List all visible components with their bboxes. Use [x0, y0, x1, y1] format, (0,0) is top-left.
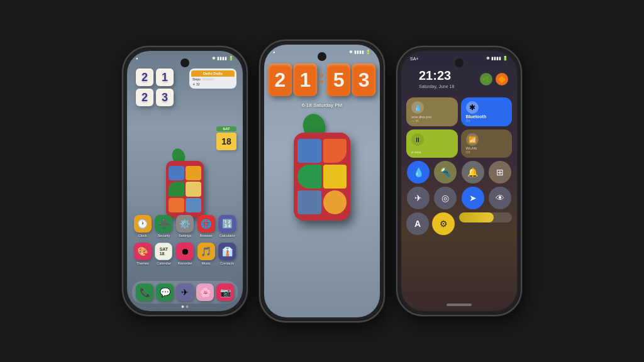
- clay-grid-large: [297, 139, 347, 214]
- ews-label: e·ews: [411, 150, 421, 154]
- home-indicator-3[interactable]: [447, 304, 472, 306]
- security-label: Security: [157, 234, 170, 238]
- cc-btn-a[interactable]: A: [406, 212, 429, 235]
- phone-2-screen: ● ✱ ▮▮▮▮ 🔋 2 1 : 5 3 6: [264, 45, 380, 317]
- cc-leaf-icon[interactable]: 🌿: [480, 73, 492, 85]
- info-title: Delhi Dolls: [191, 70, 235, 77]
- clay-body: [166, 161, 204, 217]
- cc-btn-gear[interactable]: ⚙: [432, 212, 455, 235]
- dock-flower[interactable]: 🌸: [196, 283, 214, 301]
- time-h2: 1: [156, 69, 174, 86]
- cc-fire-icon[interactable]: 🔶: [496, 73, 508, 85]
- bluetooth-sub: On: [466, 119, 470, 123]
- info-widget: Delhi Dolls Steps ☀ 32: [189, 69, 236, 89]
- app-row-2: 🎨 Themes SAT18 Calendar ⏺ Recorder: [132, 243, 238, 265]
- big-colon: :: [319, 67, 325, 87]
- app-calculator[interactable]: 🔢 Calculator: [216, 215, 238, 238]
- app-music[interactable]: 🎵 Music: [196, 243, 217, 265]
- clay-cell-1: [169, 166, 184, 180]
- settings-icon-img: ⚙️: [176, 215, 194, 233]
- contacts-label: Contacts: [220, 261, 234, 265]
- cc-time-display: 21:23 Saturday, June 18: [410, 65, 463, 94]
- dock: 📞 💬 ✈ 🌸 📷: [132, 281, 238, 304]
- temp-val: 32: [196, 82, 200, 86]
- signal-1: ▮▮▮▮: [217, 56, 227, 61]
- dock-messages[interactable]: 💬: [156, 283, 174, 301]
- temp-icon: ☀: [192, 82, 195, 86]
- clay-lg-1: [297, 139, 321, 163]
- themes-icon-img: 🎨: [134, 243, 152, 260]
- cc-btn-circle[interactable]: ◎: [434, 187, 457, 209]
- app-security[interactable]: ➕ Security: [153, 215, 175, 238]
- page-dots: [182, 305, 189, 308]
- time-hours: 2 1: [136, 69, 174, 86]
- cc-corner-icons: 🌿 🔶: [480, 73, 508, 85]
- cc-brightness-slider[interactable]: [459, 212, 512, 222]
- info-steps: Steps: [191, 77, 235, 82]
- status-left-3: SA+: [410, 57, 418, 61]
- phone-3-bg: SA+ ✱ ▮▮▮▮ 🔋 21:23 Saturday, June 18 🌿 🔶: [401, 51, 517, 311]
- cc-btn-flashlight[interactable]: 🔦: [434, 161, 457, 184]
- cc-grid: 💧 one·dna·pro — Mi ✱ Bluetooth On ⏸ e·ew…: [401, 95, 517, 238]
- settings-label: Settings: [179, 234, 191, 238]
- clay-lg-3: [297, 165, 321, 189]
- date-badge: 18: [216, 133, 236, 150]
- clay-phone-small: [160, 148, 210, 217]
- clay-cell-2: [186, 166, 201, 180]
- app-row-1: 🕐 Clock ➕ Security ⚙️ Settings 🌐 Browser: [132, 215, 238, 238]
- battery-2: 🔋: [365, 50, 371, 55]
- app-themes[interactable]: 🎨 Themes: [132, 243, 153, 265]
- dock-travel[interactable]: ✈: [176, 283, 194, 301]
- cc-tile-ews[interactable]: ⏸ e·ews: [406, 129, 458, 158]
- calendar-label: Calendar: [157, 261, 170, 265]
- phone-1: ● ✱ ▮▮▮▮ 🔋 2 1 2 3: [122, 46, 248, 316]
- recorder-label: Recorder: [178, 261, 192, 265]
- sat-badge: SAT: [216, 126, 236, 131]
- steps-label: Steps: [192, 77, 201, 81]
- clock-label: Clock: [138, 234, 147, 238]
- clay-cell-3: [169, 182, 184, 196]
- phone-2: ● ✱ ▮▮▮▮ 🔋 2 1 : 5 3 6: [259, 40, 385, 322]
- water-label: one·dna·pro: [411, 115, 431, 119]
- cc-btn-torch[interactable]: 💧: [407, 161, 430, 184]
- signal-2: ▮▮▮▮: [354, 50, 364, 55]
- phone-1-bg: ● ✱ ▮▮▮▮ 🔋 2 1 2 3: [127, 51, 243, 311]
- app-contacts[interactable]: 👔 Contacts: [216, 243, 238, 265]
- clay-cell-5: [169, 198, 184, 212]
- status-icons-1: ✱ ▮▮▮▮ 🔋: [212, 56, 234, 61]
- status-left-1: ●: [136, 57, 138, 60]
- cc-tile-wlan[interactable]: 📶 WLAN Off: [461, 129, 513, 158]
- app-settings[interactable]: ⚙️ Settings: [174, 215, 196, 238]
- water-icon: 💧: [411, 101, 424, 114]
- wlan-sub: Off: [466, 150, 470, 154]
- phone-2-bg: ● ✱ ▮▮▮▮ 🔋 2 1 : 5 3 6: [264, 45, 380, 317]
- cc-date: Saturday, June 18: [410, 84, 463, 94]
- dock-phone[interactable]: 📞: [136, 283, 153, 301]
- clay-cell-4: [186, 182, 201, 196]
- cc-btn-eye[interactable]: 👁: [489, 187, 511, 209]
- big-h2: 1: [293, 63, 317, 96]
- cc-btn-bell[interactable]: 🔔: [462, 161, 484, 184]
- cc-btn-location[interactable]: ➤: [462, 187, 484, 209]
- cc-btn-grid[interactable]: ⊞: [489, 161, 511, 184]
- cc-tile-water[interactable]: 💧 one·dna·pro — Mi: [406, 97, 458, 126]
- app-clock[interactable]: 🕐 Clock: [132, 215, 153, 238]
- info-temp: ☀ 32: [191, 82, 235, 87]
- cc-row-icons-2: ✈ ◎ ➤ 👁: [406, 187, 512, 209]
- cc-tile-bluetooth[interactable]: ✱ Bluetooth On: [461, 97, 513, 126]
- status-icons-3: ✱ ▮▮▮▮ 🔋: [486, 56, 508, 61]
- big-date: 6-18 Saturday PM: [302, 102, 342, 108]
- punch-hole-1: [180, 58, 189, 67]
- phone-1-screen: ● ✱ ▮▮▮▮ 🔋 2 1 2 3: [127, 51, 243, 311]
- app-calendar[interactable]: SAT18 Calendar: [153, 243, 175, 265]
- themes-label: Themes: [136, 261, 149, 265]
- cc-btn-plane[interactable]: ✈: [407, 187, 430, 209]
- music-icon-img: 🎵: [197, 243, 215, 260]
- big-time: 2 1 : 5 3: [268, 63, 375, 96]
- browser-icon-img: 🌐: [197, 215, 215, 233]
- app-recorder[interactable]: ⏺ Recorder: [174, 243, 196, 265]
- music-label: Music: [201, 261, 210, 265]
- dock-camera[interactable]: 📷: [216, 283, 234, 301]
- app-browser[interactable]: 🌐 Browser: [196, 215, 217, 238]
- big-m1: 5: [327, 63, 351, 96]
